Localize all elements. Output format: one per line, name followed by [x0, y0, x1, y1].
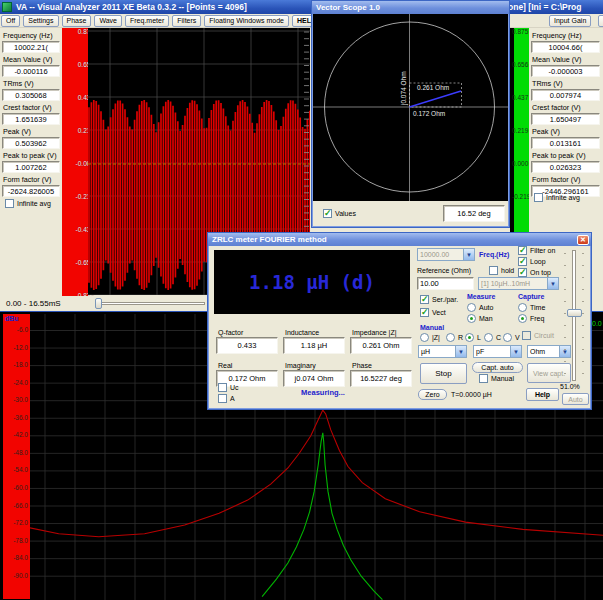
- zrlc-slider-percent: 51.0%: [560, 383, 580, 390]
- toolbar-button-freq-meter[interactable]: Freq.meter: [125, 15, 169, 27]
- manual-group-label: Manual: [420, 324, 444, 331]
- db-tick-label: -6.0: [17, 326, 28, 333]
- vect-checkbox[interactable]: Vect: [420, 308, 446, 317]
- db-tick-label: -60.0: [13, 484, 28, 491]
- chevron-down-icon[interactable]: ▼: [455, 346, 466, 357]
- toolbar-button-settings[interactable]: Settings: [23, 15, 58, 27]
- right-scale-tick-label: 0.875: [512, 28, 528, 35]
- time-range-row: 0.00 - 16.55mS: [0, 296, 207, 311]
- filter-on-checkbox[interactable]: Filter on: [518, 246, 555, 255]
- quantity-r-radio[interactable]: R: [446, 333, 463, 342]
- measure-auto-radio[interactable]: Auto: [467, 303, 493, 312]
- zrlc-status-text: Measuring...: [248, 388, 398, 397]
- clipped-toolbar-button[interactable]: [598, 15, 603, 27]
- circuit-checkbox[interactable]: Circuit: [522, 331, 554, 340]
- loop-checkbox[interactable]: Loop: [518, 257, 546, 266]
- toolbar-button-off[interactable]: Off: [1, 15, 20, 27]
- phase-angle-readout: 16.52 deg: [443, 205, 505, 222]
- zrlc-field-label-q-factor: Q-factor: [218, 329, 243, 336]
- values-checkbox-box[interactable]: [323, 209, 332, 218]
- field-label-trms-v-: TRms (V): [3, 79, 34, 88]
- field-label-peak-to-peak-v-: Peak to peak (V): [532, 151, 586, 160]
- field-label-mean-value-v-: Mean Value (V): [3, 55, 52, 64]
- capture-freq-radio[interactable]: Freq: [518, 314, 544, 323]
- manual-capture-checkbox[interactable]: Manual: [479, 374, 514, 383]
- uc-checkbox[interactable]: Uc: [218, 383, 239, 392]
- zrlc-main-display: 1.18 µH (d): [214, 250, 410, 314]
- values-checkbox-label: Values: [335, 210, 356, 217]
- toolbar-button-wave[interactable]: Wave: [94, 15, 122, 27]
- zrlc-display-value: 1.18 µH (d): [249, 271, 375, 293]
- right-scale-tick-label: 0.656: [512, 61, 528, 68]
- field-label-mean-value-v-: Mean Value (V): [532, 55, 581, 64]
- input-gain-button[interactable]: Input Gain: [549, 15, 591, 27]
- close-icon[interactable]: ✕: [577, 235, 589, 245]
- field-label-peak-v-: Peak (V): [3, 127, 31, 136]
- capt-auto-button[interactable]: Capt. auto: [472, 362, 523, 373]
- values-checkbox[interactable]: Values: [323, 209, 356, 218]
- toolbar-button-filters[interactable]: Filters: [172, 15, 201, 27]
- measure-man-radio[interactable]: Man: [467, 314, 493, 323]
- zrlc-field-label-impedance-z-: Impedance |Z|: [352, 329, 397, 336]
- quantity-v-radio[interactable]: V: [503, 333, 520, 342]
- zrlc-field-label-real: Real: [218, 362, 232, 369]
- hold-checkbox[interactable]: hold: [489, 266, 514, 275]
- field-value-trms-v-: 0.305068: [2, 89, 60, 101]
- ser-par-checkbox[interactable]: Ser./par.: [420, 295, 458, 304]
- capture-time-radio[interactable]: Time: [518, 303, 545, 312]
- vector-scope-titlebar[interactable]: Vector Scope 1.0: [312, 1, 509, 14]
- chevron-down-icon[interactable]: ▼: [510, 346, 521, 357]
- quantity-l-radio[interactable]: L: [465, 333, 481, 342]
- zrlc-field-label-imaginary: Imaginary: [285, 362, 316, 369]
- zrlc-slider-thumb[interactable]: [567, 309, 582, 317]
- field-value-peak-v-: 0.503962: [2, 137, 60, 149]
- right-scale-tick-label: 0.000: [512, 160, 528, 167]
- reference-input[interactable]: 10.00: [417, 277, 474, 290]
- db-tick-label: -72.0: [13, 519, 28, 526]
- infinite-avg-checkbox[interactable]: Infinite avg: [534, 193, 580, 202]
- quantity-z-radio[interactable]: |Z|: [420, 333, 440, 342]
- field-label-crest-factor-v-: Crest factor (V): [3, 103, 52, 112]
- infinite-avg-checkbox[interactable]: Infinite avg: [5, 199, 51, 208]
- chevron-down-icon[interactable]: ▼: [463, 249, 474, 260]
- field-value-peak-to-peak-v-: 1.007262: [2, 161, 60, 173]
- range-combo[interactable]: [1] 10µH..10mH▼: [478, 277, 559, 290]
- main-titlebar: VA -- Visual Analyzer 2011 XE Beta 0.3.2…: [0, 0, 603, 14]
- zrlc-titlebar[interactable]: ZRLC meter FOURIER method: [208, 233, 591, 246]
- field-value-mean-value-v-: -0.000116: [2, 65, 60, 77]
- field-value-trms-v-: 0.007974: [531, 89, 600, 101]
- on-top-checkbox[interactable]: On top: [518, 268, 551, 277]
- vector-real-label: 0.172 Ohm: [413, 110, 445, 117]
- infinite-avg-checkbox-box[interactable]: [534, 193, 543, 202]
- capture-group-label: Capture: [518, 293, 544, 300]
- frequency-combo-label: Freq.(Hz): [479, 251, 509, 258]
- spectrum-trace-green: [262, 433, 382, 600]
- field-label-crest-factor-v-: Crest factor (V): [532, 103, 581, 112]
- help-button[interactable]: Help: [526, 388, 559, 401]
- zrlc-title: ZRLC meter FOURIER method: [212, 235, 327, 244]
- db-tick-label: -54.0: [13, 466, 28, 473]
- vector-scope-plot: 0.261 Ohm j0.074 Ohm 0.172 Ohm: [313, 14, 508, 201]
- db-tick-label: -48.0: [13, 449, 28, 456]
- infinite-avg-checkbox-box[interactable]: [5, 199, 14, 208]
- time-scroll-thumb[interactable]: [95, 298, 102, 309]
- field-label-frequency-hz-: Frequency (Hz): [532, 31, 582, 40]
- auto-button[interactable]: Auto: [562, 393, 589, 405]
- frequency-combo[interactable]: 10000.00▼: [417, 248, 475, 261]
- capacitance-unit-combo[interactable]: pF▼: [473, 345, 522, 358]
- chevron-down-icon[interactable]: ▼: [547, 278, 558, 289]
- time-scroll-track[interactable]: [95, 302, 205, 305]
- toolbar-button-phase[interactable]: Phase: [62, 15, 92, 27]
- zrlc-field-label-inductance: Inductance: [285, 329, 319, 336]
- db-tick-label: -84.0: [13, 554, 28, 561]
- db-tick-label: -66.0: [13, 502, 28, 509]
- vector-scope-window: Vector Scope 1.0 0.261 Ohm j0.074 Ohm 0.…: [311, 0, 510, 228]
- zero-button[interactable]: Zero: [418, 389, 447, 400]
- main-toolbar: OffSettingsPhaseWaveFreq.meterFiltersFlo…: [0, 14, 603, 28]
- field-label-trms-v-: TRms (V): [532, 79, 563, 88]
- toolbar-button-floating-windows-mode[interactable]: Floating Windows mode: [204, 15, 289, 27]
- stop-button[interactable]: Stop: [420, 363, 467, 384]
- inductance-unit-combo[interactable]: µH▼: [418, 345, 467, 358]
- a-checkbox[interactable]: A: [218, 394, 235, 403]
- quantity-c-radio[interactable]: C: [484, 333, 501, 342]
